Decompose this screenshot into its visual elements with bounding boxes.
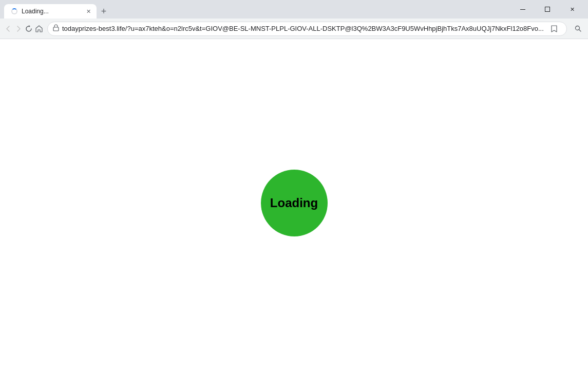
home-button[interactable] xyxy=(35,22,43,36)
loading-circle: Loading xyxy=(261,170,328,236)
svg-rect-1 xyxy=(545,7,550,12)
chrome-window: Loading... ✕ + ✕ xyxy=(0,0,588,367)
bookmark-icon[interactable] xyxy=(547,22,561,36)
maximize-button[interactable] xyxy=(536,0,559,19)
lock-icon xyxy=(53,24,59,33)
tab-strip: Loading... ✕ + xyxy=(0,0,507,19)
svg-rect-2 xyxy=(53,27,59,31)
page-content: Loading xyxy=(0,39,588,367)
svg-point-3 xyxy=(575,26,579,30)
minimize-button[interactable] xyxy=(511,0,535,19)
forward-button[interactable] xyxy=(14,22,23,36)
new-tab-button[interactable]: + xyxy=(97,4,111,19)
close-button[interactable]: ✕ xyxy=(560,0,584,19)
title-bar: Loading... ✕ + ✕ xyxy=(0,0,588,19)
toolbar: todayprizes-best3.life/?u=ax7kteh&o=n2lr… xyxy=(0,19,588,39)
search-icon[interactable] xyxy=(571,22,585,36)
tab-close-button[interactable]: ✕ xyxy=(84,7,92,15)
reload-button[interactable] xyxy=(25,22,33,36)
url-text: todayprizes-best3.life/?u=ax7kteh&o=n2lr… xyxy=(62,25,544,32)
loading-text: Loading xyxy=(270,196,318,210)
address-bar[interactable]: todayprizes-best3.life/?u=ax7kteh&o=n2lr… xyxy=(47,22,567,36)
svg-rect-0 xyxy=(520,9,525,10)
toolbar-actions xyxy=(571,22,588,36)
tab-title: Loading... xyxy=(22,8,81,15)
back-button[interactable] xyxy=(4,22,12,36)
active-tab[interactable]: Loading... ✕ xyxy=(4,4,97,19)
loading-spinner xyxy=(11,8,17,14)
tab-favicon xyxy=(10,7,18,15)
window-controls: ✕ xyxy=(507,0,588,19)
